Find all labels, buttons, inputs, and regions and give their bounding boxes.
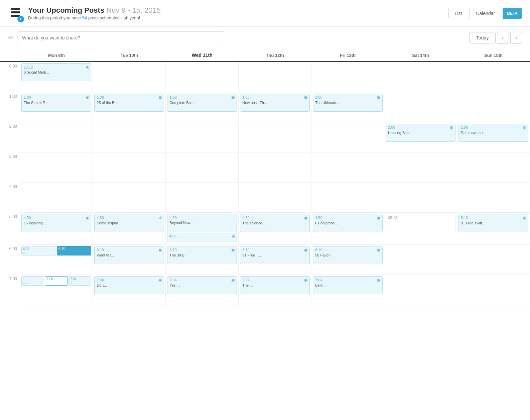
- time-label-2: 2:00: [0, 122, 20, 152]
- post-card[interactable]: 7:04▣ Behi...: [313, 276, 383, 294]
- post-card[interactable]: 2:06▣ Do u have a 'l...: [458, 124, 528, 142]
- calendar-table: Mon 9th Tue 10th Wed 11th Thu 12th Fri 1…: [0, 49, 530, 305]
- time-row-6: 6:00 6:09 ... 6:35: [0, 244, 530, 275]
- post-card-dashed[interactable]: 05:13: [386, 214, 455, 232]
- post-count: 54: [82, 15, 87, 20]
- post-card-mini-outline[interactable]: 7:00: [45, 276, 68, 286]
- day-header-sun: Sun 15th: [457, 49, 530, 62]
- time-label-5: 5:00: [0, 212, 20, 242]
- cell-mon-2: [20, 122, 93, 152]
- next-button[interactable]: ›: [510, 32, 522, 44]
- time-row-3: 3:00: [0, 152, 530, 182]
- cell-sat-6: [384, 244, 457, 275]
- time-label-1: 1:00: [0, 92, 20, 122]
- time-row-1: 1:00 1:06▣ The Secret P... 1:06▣ 25 of t…: [0, 92, 530, 122]
- cell-thu-0: [239, 62, 311, 92]
- post-card[interactable]: 6:19▣ Want to l...: [94, 246, 164, 264]
- cell-sat-7: [384, 275, 457, 305]
- calendar-container: Mon 9th Tue 10th Wed 11th Thu 12th Fri 1…: [0, 49, 530, 305]
- cell-tue-3: [93, 152, 166, 182]
- cell-tue-5: 4:59↺ Some inspira...: [93, 212, 166, 244]
- cell-tue-1: 1:06▣ 25 of the Bes...: [93, 92, 166, 122]
- beta-badge[interactable]: BETA: [503, 8, 522, 19]
- cell-sun-3: [457, 152, 530, 182]
- app-container: t Your Upcoming Posts Nov 9 - 15, 2015 D…: [0, 0, 530, 305]
- cell-wed-2: [166, 122, 239, 152]
- cell-sat-4: [384, 182, 457, 212]
- cell-sat-3: [384, 152, 457, 182]
- date-navigation: Today ‹ ›: [469, 32, 522, 44]
- cell-wed-5: 4:59 Beyond New... 4:59▣: [166, 212, 239, 244]
- post-card[interactable]: 4:59▣ 6 Foolproof ...: [313, 214, 383, 232]
- cell-mon-1: 1:06▣ The Secret P...: [20, 92, 93, 122]
- post-card-mini-blue[interactable]: 6:35: [57, 246, 92, 255]
- post-card[interactable]: 7:04▣ The ...: [240, 276, 310, 294]
- cell-mon-4: [20, 182, 93, 212]
- time-row-5: 5:00 4:59▣ 15 Inspiring ... 4:59↺ Some i…: [0, 212, 530, 244]
- twitter-badge: t: [17, 16, 24, 22]
- cell-thu-6: 6:19▣ 91 Free T...: [239, 244, 311, 275]
- post-card-mini[interactable]: ... ...: [21, 276, 44, 286]
- cell-thu-1: 1:06▣ New post: Th...: [239, 92, 311, 122]
- post-card[interactable]: 6:19▣ 91 Free T...: [240, 246, 310, 264]
- cell-sat-0: [384, 62, 457, 92]
- cell-tue-0: [93, 62, 166, 92]
- post-card[interactable]: 4:59 Beyond New...: [167, 214, 237, 232]
- post-card[interactable]: 1:06▣ New post: Th...: [240, 94, 310, 112]
- cell-wed-3: [166, 152, 239, 182]
- share-input[interactable]: [17, 31, 224, 44]
- day-header-mon: Mon 9th: [20, 49, 93, 62]
- cell-wed-1: 1:06▣ Complete Bu...: [166, 92, 239, 122]
- prev-button[interactable]: ‹: [497, 32, 509, 44]
- day-header-sat: Sat 14th: [384, 49, 457, 62]
- post-card[interactable]: 4:59▣: [167, 233, 237, 242]
- cell-fri-0: [311, 62, 384, 92]
- cell-thu-7: 7:04▣ The ...: [239, 275, 311, 305]
- post-card[interactable]: 7:04▣ Yes, ...: [167, 276, 237, 294]
- cell-sat-1: [384, 92, 457, 122]
- cell-thu-2: [239, 122, 311, 152]
- time-row-2: 2:00 2:06▣ Hacking Bias... 2:06: [0, 122, 530, 152]
- compose-icon: ✏: [8, 34, 13, 41]
- cell-sun-2: 2:06▣ Do u have a 'l...: [457, 122, 530, 152]
- post-card-mini[interactable]: 6:09 ...: [21, 246, 56, 255]
- post-card[interactable]: 23:12▣ 6 Social Medi...: [21, 63, 91, 81]
- post-card[interactable]: 1:06▣ 25 of the Bes...: [94, 94, 164, 112]
- post-card[interactable]: 1:06▣ Complete Bu...: [167, 94, 237, 112]
- cell-tue-6: 6:19▣ Want to l...: [93, 244, 166, 275]
- post-card[interactable]: 1:06▣ The Secret P...: [21, 94, 91, 112]
- cell-fri-5: 4:59▣ 6 Foolproof ...: [311, 212, 384, 244]
- cell-mon-0: 23:12▣ 6 Social Medi...: [20, 62, 93, 92]
- post-card[interactable]: 7:04▣ Do y...: [94, 276, 164, 294]
- post-card[interactable]: 4:59↺ Some inspira...: [94, 214, 164, 232]
- post-card[interactable]: 2:06▣ Hacking Bias...: [386, 124, 455, 142]
- today-button[interactable]: Today: [469, 32, 496, 43]
- post-card[interactable]: 1:06▣ The Ultimate...: [313, 94, 383, 112]
- day-header-thu: Thu 12th: [239, 49, 311, 62]
- cell-sat-2: 2:06▣ Hacking Bias...: [384, 122, 457, 152]
- logo: t: [8, 5, 23, 21]
- post-card-mini[interactable]: 7:04 ...: [69, 276, 91, 286]
- cell-wed-4: [166, 182, 239, 212]
- time-label-0: 0:00: [0, 62, 20, 92]
- cell-sun-0: [457, 62, 530, 92]
- time-row-4: 4:00: [0, 182, 530, 212]
- cell-thu-4: [239, 182, 311, 212]
- post-card[interactable]: 4:59▣ The science ...: [240, 214, 310, 232]
- post-card[interactable]: 6:19▣ 50 Favori...: [313, 246, 383, 264]
- header-title-block: Your Upcoming Posts Nov 9 - 15, 2015 Dur…: [28, 6, 448, 20]
- post-card[interactable]: 6:19▣ The 30 B...: [167, 246, 237, 264]
- list-view-button[interactable]: List: [448, 8, 469, 19]
- calendar-view-button[interactable]: Calendar: [470, 8, 501, 19]
- cell-wed-0: [166, 62, 239, 92]
- svg-rect-0: [11, 8, 20, 10]
- page-title: Your Upcoming Posts Nov 9 - 15, 2015: [28, 6, 448, 15]
- cell-tue-4: [93, 182, 166, 212]
- time-label-7: 7:00: [0, 275, 20, 305]
- cell-thu-5: 4:59▣ The science ...: [239, 212, 311, 244]
- post-card[interactable]: 5:13▣ 91 Free Twitt...: [458, 214, 528, 232]
- day-header-fri: Fri 13th: [311, 49, 384, 62]
- post-card[interactable]: 4:59▣ 15 Inspiring ...: [21, 214, 91, 232]
- app-header: t Your Upcoming Posts Nov 9 - 15, 2015 D…: [0, 0, 530, 27]
- date-range: Nov 9 - 15, 2015: [106, 6, 161, 14]
